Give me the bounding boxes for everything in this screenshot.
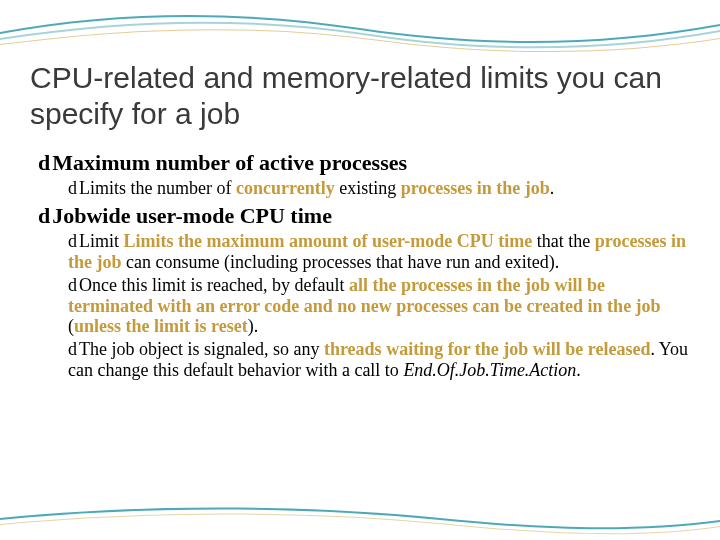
italic-run: End.Of.Job.Time.Action <box>403 360 576 380</box>
text-run: Once this limit is reached, by default <box>79 275 349 295</box>
highlight-run: Limits the maximum amount of user-mode C… <box>124 231 533 251</box>
highlight-run: unless the limit is reset <box>74 316 248 336</box>
text-run: Limit <box>79 231 124 251</box>
text-run: The job object is signaled, so any <box>79 339 324 359</box>
bullet-text: Maximum number of active processes <box>52 150 407 175</box>
highlight-run: concurrently <box>236 178 335 198</box>
bullet-l1-active-processes: dMaximum number of active processes <box>38 150 690 176</box>
highlight-run: processes in the job <box>401 178 550 198</box>
bullet-glyph-icon: d <box>38 203 50 228</box>
highlight-run: threads waiting for the job will be rele… <box>324 339 651 359</box>
decorative-wave-top <box>0 0 720 60</box>
text-run: Limits the number of <box>79 178 236 198</box>
bullet-glyph-icon: d <box>68 231 77 251</box>
text-run: . <box>550 178 555 198</box>
bullet-l2-job-signaled: dThe job object is signaled, so any thre… <box>68 339 690 380</box>
text-run: ). <box>248 316 259 336</box>
bullet-l2-limits-concurrent: dLimits the number of concurrently exist… <box>68 178 690 199</box>
bullet-l2-limit-max-cpu: dLimit Limits the maximum amount of user… <box>68 231 690 272</box>
text-run: existing <box>335 178 401 198</box>
bullet-glyph-icon: d <box>68 339 77 359</box>
bullet-l1-jobwide-cpu: dJobwide user-mode CPU time <box>38 203 690 229</box>
decorative-wave-bottom <box>0 500 720 540</box>
bullet-l2-once-limit: dOnce this limit is reached, by default … <box>68 275 690 337</box>
text-run: . <box>576 360 581 380</box>
slide: CPU-related and memory-related limits yo… <box>0 0 720 540</box>
bullet-glyph-icon: d <box>68 275 77 295</box>
bullet-text: Jobwide user-mode CPU time <box>52 203 332 228</box>
text-run: that the <box>532 231 594 251</box>
content-area: CPU-related and memory-related limits yo… <box>30 60 690 380</box>
bullet-glyph-icon: d <box>38 150 50 175</box>
slide-title: CPU-related and memory-related limits yo… <box>30 60 690 132</box>
bullet-glyph-icon: d <box>68 178 77 198</box>
text-run: can consume (including processes that ha… <box>122 252 560 272</box>
